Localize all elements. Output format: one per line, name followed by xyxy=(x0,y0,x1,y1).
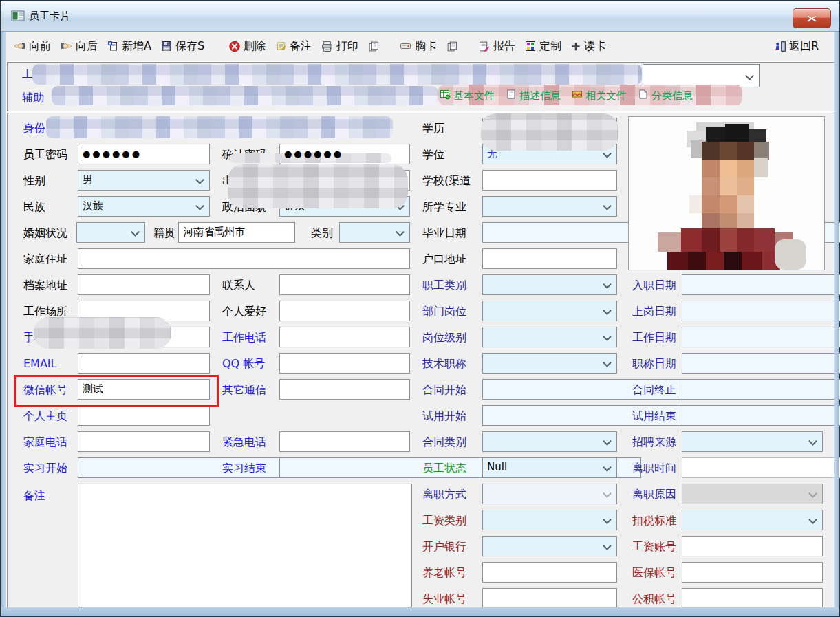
title-date-input[interactable]: 年月日 xyxy=(682,353,840,374)
work-phone-input[interactable] xyxy=(279,327,410,347)
leave-time-date-input[interactable]: 年月日 xyxy=(682,457,840,478)
header-links: 基本文件 描述信息 相关文件 分类信息 xyxy=(440,89,693,102)
file-address-input[interactable] xyxy=(78,274,210,295)
report-button[interactable]: 报告 xyxy=(475,38,517,55)
chevron-down-icon xyxy=(603,149,612,158)
position-level-combobox[interactable] xyxy=(482,327,617,347)
link-description-info[interactable]: 描述信息 xyxy=(506,89,561,102)
note-button[interactable]: 备注 xyxy=(272,38,314,55)
contract-type-combobox[interactable] xyxy=(482,431,617,452)
printer-pages-icon xyxy=(367,41,380,52)
dept-position-label: 部门岗位 xyxy=(422,303,466,320)
other-comm-input[interactable] xyxy=(279,379,410,400)
contract-start-label: 合同开始 xyxy=(422,382,466,398)
leave-method-combobox[interactable] xyxy=(482,484,617,504)
leave-time-label: 离职时间 xyxy=(632,460,676,477)
hukou-address-input[interactable] xyxy=(482,248,617,269)
school-input[interactable] xyxy=(482,170,617,191)
emergency-phone-input[interactable] xyxy=(279,431,410,452)
fund-account-input[interactable] xyxy=(682,588,823,609)
work-date-input[interactable]: 年月日 xyxy=(682,327,840,347)
file-address-label: 档案地址 xyxy=(23,277,67,294)
link-basic-files[interactable]: 基本文件 xyxy=(440,89,495,102)
remark-textarea[interactable] xyxy=(78,484,412,607)
print-button[interactable]: 打印 xyxy=(319,38,360,55)
dept-position-combobox[interactable] xyxy=(482,301,617,321)
leave-reason-combobox[interactable] xyxy=(682,484,823,504)
salary-type-label: 工资类别 xyxy=(422,512,466,529)
email-input[interactable] xyxy=(78,353,210,374)
qq-input[interactable] xyxy=(279,353,410,374)
forward-button[interactable]: 向前 xyxy=(11,38,53,55)
id-number-label: 身份 xyxy=(23,120,45,137)
tax-standard-label: 扣税标准 xyxy=(632,512,676,529)
table-green-icon xyxy=(440,89,451,102)
remark-label: 备注 xyxy=(23,488,45,504)
trial-end-date-input[interactable]: 年月日 xyxy=(682,405,840,426)
native-place-input[interactable]: 河南省禹州市 xyxy=(178,222,295,243)
pension-account-input[interactable] xyxy=(482,562,617,583)
employee-type-combobox[interactable] xyxy=(482,274,617,295)
hobby-input[interactable] xyxy=(279,301,410,321)
new-document-icon xyxy=(107,41,119,52)
major-combobox[interactable] xyxy=(482,196,617,217)
contact-person-input[interactable] xyxy=(279,274,410,295)
wechat-input[interactable]: 测试 xyxy=(78,379,210,400)
fund-account-label: 公积帐号 xyxy=(632,591,676,607)
tech-title-combobox[interactable] xyxy=(482,353,617,374)
read-card-button[interactable]: 读卡 xyxy=(568,38,608,55)
print-setup-button[interactable] xyxy=(365,39,383,54)
marital-label: 婚姻状况 xyxy=(23,225,67,241)
redacted-education xyxy=(481,113,618,151)
link-related-files[interactable]: 相关文件 xyxy=(572,89,627,102)
return-button[interactable]: 返回R xyxy=(772,38,821,55)
other-comm-label: 其它通信 xyxy=(222,382,266,398)
link-category-info[interactable]: 分类信息 xyxy=(638,89,693,102)
degree-label: 学位 xyxy=(422,147,444,163)
onboard-date-label: 上岗日期 xyxy=(632,303,676,320)
tax-standard-combobox[interactable] xyxy=(682,510,823,530)
plus-icon xyxy=(570,41,581,52)
chevron-down-icon xyxy=(808,515,817,524)
onboard-date-input[interactable]: 年月日 xyxy=(682,301,840,321)
home-phone-input[interactable] xyxy=(78,431,210,452)
hukou-address-label: 户口地址 xyxy=(422,251,466,268)
homepage-input[interactable] xyxy=(78,405,210,426)
native-place-label: 籍贯 xyxy=(153,225,175,241)
customize-button[interactable]: 定制 xyxy=(522,38,563,55)
contract-end-date-input[interactable]: 年月日 xyxy=(682,379,840,400)
delete-button[interactable]: 删除 xyxy=(226,38,268,55)
emp-password-input[interactable]: ●●●●●● xyxy=(78,144,210,164)
medical-account-input[interactable] xyxy=(682,562,823,583)
marital-combobox[interactable] xyxy=(76,222,145,243)
salary-account-input[interactable] xyxy=(682,536,823,556)
redacted-id-number xyxy=(46,116,393,138)
gender-combobox[interactable]: 男 xyxy=(78,170,210,191)
salary-account-label: 工资账号 xyxy=(632,539,676,555)
chevron-down-icon xyxy=(603,280,612,289)
badge-button[interactable]: 胸卡 xyxy=(397,38,439,55)
badge-copy-button[interactable] xyxy=(444,39,461,54)
qq-label: QQ 帐号 xyxy=(222,356,265,372)
recruit-source-combobox[interactable] xyxy=(682,431,823,452)
hire-date-input[interactable]: 年月日 xyxy=(682,274,840,295)
close-button[interactable] xyxy=(793,8,831,28)
leave-method-label: 离职方式 xyxy=(422,486,466,503)
recruit-source-label: 招聘来源 xyxy=(632,434,676,451)
bank-combobox[interactable] xyxy=(482,536,617,556)
ethnicity-combobox[interactable]: 汉族 xyxy=(78,196,210,217)
emp-status-label: 员工状态 xyxy=(422,460,466,477)
save-button[interactable]: 保存S xyxy=(158,38,206,55)
type-combobox[interactable] xyxy=(339,222,410,243)
window-frame-right xyxy=(834,32,839,616)
add-button[interactable]: 新增A xyxy=(105,38,153,55)
unemployment-account-input[interactable] xyxy=(482,588,617,609)
chevron-down-icon xyxy=(603,202,612,210)
home-address-input[interactable] xyxy=(78,248,410,269)
header-combobox[interactable] xyxy=(643,64,760,87)
emp-status-combobox[interactable]: Null xyxy=(482,457,617,478)
hand-right-icon xyxy=(60,41,73,52)
trial-end-label: 试用结束 xyxy=(632,408,676,424)
backward-button[interactable]: 向后 xyxy=(58,38,100,55)
salary-type-combobox[interactable] xyxy=(482,510,617,530)
